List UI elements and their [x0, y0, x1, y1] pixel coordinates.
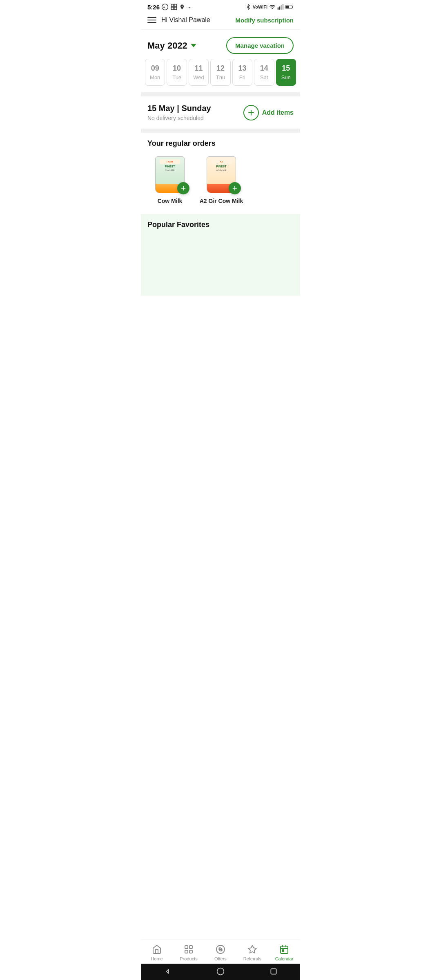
svg-rect-6	[278, 7, 279, 9]
day-name: Thu	[216, 74, 225, 80]
day-number: 13	[238, 64, 246, 73]
week-row: 09Mon10Tue11Wed12Thu13Fri14Sat15Sun	[141, 59, 300, 92]
popular-favorites-section: Popular Favorites	[141, 214, 300, 296]
chevron-down-icon	[191, 44, 196, 47]
hamburger-menu[interactable]	[147, 17, 156, 23]
product-card-a2-gir[interactable]: A2 FINEST A2 Gir Milk A2 Gir Cow Milk	[199, 154, 244, 204]
location-icon	[179, 4, 185, 10]
product-name-cow-milk: Cow Milk	[158, 198, 183, 204]
svg-rect-9	[283, 4, 284, 10]
top-nav: Hi Vishal Pawale Modify subscription	[141, 12, 300, 30]
svg-text:●: ●	[163, 5, 165, 9]
day-number: 11	[195, 64, 203, 73]
add-a2-gir-button[interactable]	[229, 182, 241, 194]
svg-rect-2	[171, 4, 174, 7]
day-cell-13[interactable]: 13Fri	[232, 59, 252, 86]
status-icon-1: ●	[161, 3, 169, 11]
day-number: 14	[260, 64, 268, 73]
svg-rect-11	[286, 6, 289, 8]
product-card-cow-milk[interactable]: FARM FINEST Cow's Milk Cow Milk	[147, 154, 192, 204]
day-number: 15	[282, 64, 290, 73]
manage-vacation-button[interactable]: Manage vacation	[226, 37, 294, 54]
product-image-wrap-2: A2 FINEST A2 Gir Milk	[201, 154, 242, 195]
regular-orders-title: Your regular orders	[141, 133, 300, 151]
product-image-wrap-1: FARM FINEST Cow's Milk	[149, 154, 190, 195]
day-cell-09[interactable]: 09Mon	[145, 59, 165, 86]
products-row: FARM FINEST Cow's Milk Cow Milk	[141, 151, 300, 214]
month-selector[interactable]: May 2022	[147, 40, 196, 51]
day-cell-12[interactable]: 12Thu	[210, 59, 230, 86]
day-name: Fri	[239, 74, 245, 80]
signal-icon	[277, 4, 284, 10]
usb-icon	[187, 4, 192, 10]
day-cell-10[interactable]: 10Tue	[167, 59, 187, 86]
day-number: 09	[151, 64, 159, 73]
day-name: Wed	[193, 74, 204, 80]
product-name-a2-gir: A2 Gir Cow Milk	[200, 198, 243, 204]
svg-rect-3	[174, 4, 177, 7]
day-name: Tue	[172, 74, 181, 80]
add-items-button[interactable]: Add items	[243, 105, 294, 120]
day-name: Mon	[150, 74, 160, 80]
day-number: 12	[216, 64, 225, 73]
selected-date-title: 15 May | Sunday	[147, 104, 211, 113]
divider-2	[141, 129, 300, 133]
wifi-icon	[269, 4, 276, 10]
divider-1	[141, 92, 300, 96]
date-section: 15 May | Sunday No delivery scheduled Ad…	[141, 96, 300, 129]
month-label: May 2022	[147, 40, 187, 51]
day-number: 10	[173, 64, 181, 73]
day-name: Sat	[260, 74, 268, 80]
greeting-text: Hi Vishal Pawale	[161, 16, 210, 24]
svg-rect-5	[174, 7, 177, 10]
wifi-text: VoWiFi	[253, 4, 267, 9]
popular-favorites-title: Popular Favorites	[147, 220, 294, 229]
regular-orders-section: Your regular orders FARM FINEST Cow's Mi…	[141, 133, 300, 214]
day-cell-11[interactable]: 11Wed	[189, 59, 209, 86]
status-bar: 5:26 ● VoWiFi	[141, 0, 300, 12]
status-icon-2	[170, 3, 178, 11]
status-time: 5:26	[147, 4, 160, 11]
add-items-label: Add items	[262, 109, 294, 116]
no-delivery-text: No delivery scheduled	[147, 115, 211, 121]
day-cell-15[interactable]: 15Sun	[276, 59, 296, 86]
battery-icon	[285, 4, 294, 10]
day-cell-14[interactable]: 14Sat	[254, 59, 274, 86]
modify-subscription-link[interactable]: Modify subscription	[236, 17, 294, 24]
status-right-icons: VoWiFi	[245, 4, 294, 10]
add-circle-icon	[243, 105, 259, 120]
bluetooth-icon	[245, 4, 251, 10]
svg-rect-8	[281, 5, 282, 9]
add-cow-milk-button[interactable]	[177, 182, 189, 194]
svg-rect-7	[279, 7, 281, 10]
day-name: Sun	[281, 74, 291, 80]
calendar-header: May 2022 Manage vacation	[141, 30, 300, 59]
svg-rect-4	[171, 7, 174, 10]
